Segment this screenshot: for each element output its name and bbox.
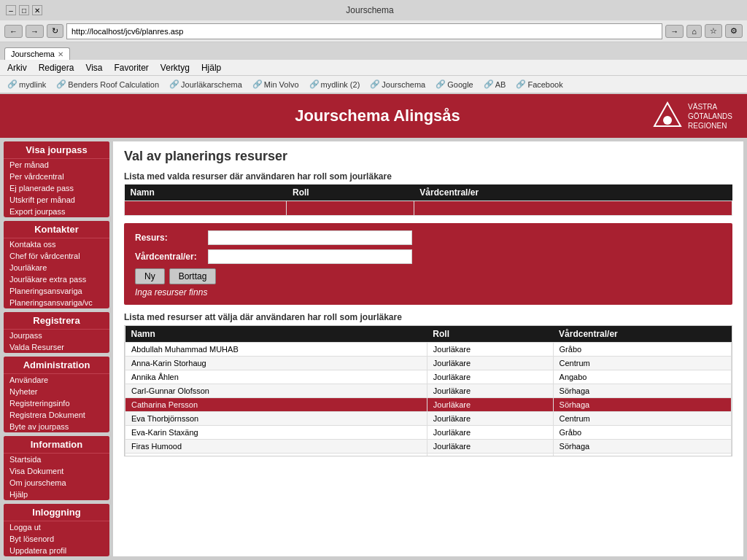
vardcentral-label: Vårdcentral/er:	[135, 252, 208, 262]
sidebar-item-per-vardcentral[interactable]: Per vårdcentral	[4, 171, 109, 182]
vgr-logo-icon	[653, 101, 682, 131]
bookmark-mydlink2[interactable]: 🔗 mydlink (2)	[306, 79, 363, 90]
sidebar-item-logga-ut[interactable]: Logga ut	[4, 521, 109, 533]
bookmark-icon: 🔗	[436, 79, 446, 89]
sidebar-item-export[interactable]: Export jourpass	[4, 206, 109, 217]
title-bar-left: – □ ✕	[6, 5, 42, 15]
sidebar-item-valda-resurser[interactable]: Valda Resurser	[4, 341, 109, 353]
upper-table-empty-row	[125, 201, 732, 216]
browser-tab[interactable]: Jourschema ✕	[4, 47, 70, 60]
header-logo: VÄSTRAGÖTALANDSREGIONEN	[653, 101, 732, 131]
table-row[interactable]: Eva-Karin StaxängJourläkareGråbo	[125, 426, 732, 440]
sidebar-item-jourlakar-extra[interactable]: Jourläkare extra pass	[4, 273, 109, 285]
ny-button[interactable]: Ny	[135, 268, 165, 284]
bookmark-google[interactable]: 🔗 Google	[433, 79, 476, 90]
sidebar-section-information: Information Startsida Visa Dokument Om j…	[4, 436, 109, 500]
sidebar-section-title-information: Information	[4, 436, 109, 454]
sidebar-item-registreringsinfo[interactable]: Registreringsinfo	[4, 397, 109, 409]
title-bar: – □ ✕ Jourschema	[0, 0, 747, 20]
sidebar-item-registrera-dokument[interactable]: Registrera Dokument	[4, 409, 109, 421]
bookmarks-bar: 🔗 mydlink 🔗 Benders Roof Calculation 🔗 J…	[0, 76, 747, 93]
menu-bar: Arkiv Redigera Visa Favoriter Verktyg Hj…	[0, 60, 747, 76]
forward-button[interactable]: →	[26, 25, 44, 38]
bookmark-facebook[interactable]: 🔗 Facebook	[513, 79, 565, 90]
lower-table-col-roll: Roll	[427, 326, 553, 343]
sidebar-item-startsida[interactable]: Startsida	[4, 454, 109, 465]
upper-table-label: Lista med valda resurser där användaren …	[124, 171, 732, 182]
bookmark-ab[interactable]: 🔗 AB	[481, 79, 509, 90]
sidebar-item-byte-av-jourpass[interactable]: Byte av jourpass	[4, 421, 109, 432]
sidebar-item-visa-dokument[interactable]: Visa Dokument	[4, 465, 109, 477]
sidebar-section-title-kontakter: Kontakter	[4, 221, 109, 238]
bookmark-jourlakarschema[interactable]: 🔗 Jourläkarschema	[166, 79, 245, 90]
lower-table: Namn Roll Vårdcentral/er Abdullah Muhamm…	[125, 326, 732, 456]
tab-close-icon[interactable]: ✕	[58, 50, 63, 58]
menu-favoriter[interactable]: Favoriter	[112, 63, 152, 73]
sidebar-item-per-manad[interactable]: Per månad	[4, 159, 109, 171]
nav-bar: ← → ↻ → ⌂ ☆ ⚙	[0, 20, 747, 42]
table-row[interactable]: Annika ÅhlenJourläkareAngabo	[125, 370, 732, 384]
sidebar-item-chef[interactable]: Chef för vårdcentral	[4, 250, 109, 262]
vardcentral-input[interactable]	[208, 249, 412, 264]
star-button[interactable]: ☆	[705, 24, 722, 38]
table-row[interactable]: Abdullah Muhammad MUHABJourläkareGråbo	[125, 343, 732, 357]
bookmark-minvolvo[interactable]: 🔗 Min Volvo	[249, 79, 302, 90]
maximize-button[interactable]: □	[19, 5, 29, 15]
settings-button[interactable]: ⚙	[725, 24, 743, 38]
sidebar-item-kontakta[interactable]: Kontakta oss	[4, 238, 109, 250]
resurs-input[interactable]	[208, 230, 412, 245]
sidebar-item-hjalp[interactable]: Hjälp	[4, 489, 109, 500]
menu-visa[interactable]: Visa	[82, 63, 105, 73]
menu-redigera[interactable]: Redigera	[36, 63, 77, 73]
sidebar-section-administration: Administration Användare Nyheter Registr…	[4, 357, 109, 432]
upper-table-col-namn: Namn	[125, 184, 287, 201]
table-row[interactable]: Catharina PerssonJourläkareSörhaga	[125, 398, 732, 412]
table-row[interactable]: Anna-Karin StorhaugJourläkareCentrum	[125, 357, 732, 370]
bookmark-icon: 🔗	[370, 79, 380, 89]
sidebar-item-nyheter[interactable]: Nyheter	[4, 386, 109, 397]
content-wrapper: Visa jourpass Per månad Per vårdcentral …	[0, 138, 747, 560]
url-input[interactable]	[66, 23, 662, 39]
bookmark-jourschema[interactable]: 🔗 Jourschema	[367, 79, 428, 90]
bookmark-mydlink[interactable]: 🔗 mydlink	[4, 79, 49, 90]
upper-table-col-roll: Roll	[287, 184, 414, 201]
form-buttons: Ny Borttag	[135, 268, 721, 284]
home-button[interactable]: ⌂	[686, 25, 702, 38]
refresh-button[interactable]: ↻	[47, 24, 63, 38]
main-content: Val av planerings resurser Lista med val…	[113, 141, 743, 556]
bookmark-icon: 🔗	[309, 79, 320, 89]
back-button[interactable]: ←	[4, 25, 23, 38]
sidebar-section-title-administration: Administration	[4, 357, 109, 374]
sidebar: Visa jourpass Per månad Per vårdcentral …	[0, 138, 113, 560]
table-row[interactable]: Frida HermanssonJourläkareSörhaga	[125, 454, 732, 457]
sidebar-item-ej-planerade[interactable]: Ej planerade pass	[4, 182, 109, 194]
minimize-button[interactable]: –	[6, 5, 16, 15]
borttag-button[interactable]: Borttag	[169, 268, 217, 284]
table-row[interactable]: Carl-Gunnar OlofssonJourläkareSörhaga	[125, 384, 732, 398]
sidebar-item-jourlakar[interactable]: Jourläkare	[4, 262, 109, 273]
form-row-resurs: Resurs:	[135, 230, 721, 245]
sidebar-section-jourpass: Visa jourpass Per månad Per vårdcentral …	[4, 141, 109, 217]
sidebar-item-uppdatera-profil[interactable]: Uppdatera profil	[4, 545, 109, 556]
bookmark-benders[interactable]: 🔗 Benders Roof Calculation	[53, 79, 162, 90]
sidebar-item-anvandare[interactable]: Användare	[4, 374, 109, 386]
sidebar-item-jourpass[interactable]: Jourpass	[4, 330, 109, 341]
go-button[interactable]: →	[665, 25, 684, 38]
menu-verktyg[interactable]: Verktyg	[158, 63, 193, 73]
form-area: Resurs: Vårdcentral/er: Ny Borttag Inga …	[124, 223, 732, 305]
bookmark-icon: 🔗	[484, 79, 494, 89]
lower-table-scroll[interactable]: Namn Roll Vårdcentral/er Abdullah Muhamm…	[124, 325, 732, 456]
sidebar-item-utskrift[interactable]: Utskrift per månad	[4, 194, 109, 206]
table-row[interactable]: Eva ThorbjörnssonJourläkareCentrum	[125, 412, 732, 426]
sidebar-item-om-jourschema[interactable]: Om jourschema	[4, 477, 109, 489]
logo-text: VÄSTRAGÖTALANDSREGIONEN	[688, 102, 732, 131]
sidebar-item-planeringsansvariga-vc[interactable]: Planeringsansvariga/vc	[4, 297, 109, 308]
close-button[interactable]: ✕	[32, 5, 42, 15]
sidebar-section-title-registrera: Registrera	[4, 312, 109, 330]
bookmark-icon: 🔗	[252, 79, 263, 89]
menu-hjalp[interactable]: Hjälp	[198, 63, 224, 73]
sidebar-item-planeringsansvariga[interactable]: Planeringsansvariga	[4, 285, 109, 297]
sidebar-item-byt-losenord[interactable]: Byt lösenord	[4, 533, 109, 545]
menu-arkiv[interactable]: Arkiv	[4, 63, 30, 73]
table-row[interactable]: Firas HumoodJourläkareSörhaga	[125, 440, 732, 454]
